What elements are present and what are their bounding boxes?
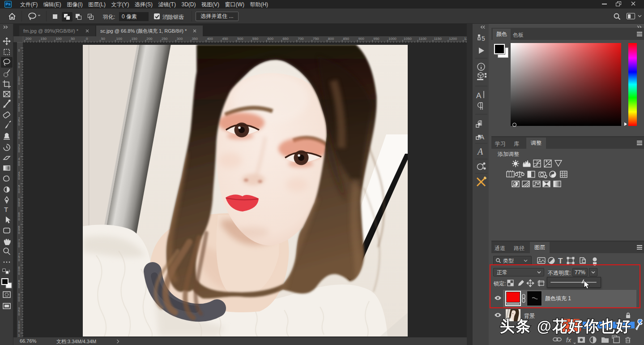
svg-text:950: 950 [373, 37, 380, 41]
svg-text:0: 0 [18, 231, 20, 234]
svg-text:700: 700 [298, 37, 304, 41]
svg-text:0: 0 [18, 190, 20, 194]
svg-text:100: 100 [116, 37, 123, 41]
svg-text:0: 0 [18, 299, 20, 302]
svg-text:0: 0 [18, 245, 20, 248]
svg-text:550: 550 [252, 37, 259, 41]
svg-text:0: 0 [18, 109, 20, 112]
svg-text:0: 0 [18, 272, 20, 275]
svg-text:450: 450 [222, 37, 228, 41]
svg-text:350: 350 [192, 37, 198, 41]
svg-text:1100: 1100 [419, 37, 427, 41]
svg-text:50: 50 [71, 37, 75, 41]
svg-text:750: 750 [313, 37, 319, 41]
svg-text:0: 0 [18, 177, 20, 180]
svg-text:500: 500 [237, 37, 243, 41]
svg-text:0: 0 [18, 82, 20, 85]
svg-text:850: 850 [343, 37, 350, 41]
svg-text:600: 600 [268, 37, 274, 41]
svg-text:0: 0 [18, 95, 20, 99]
svg-text:400: 400 [207, 37, 213, 41]
svg-text:650: 650 [282, 37, 289, 41]
svg-text:0: 0 [18, 163, 20, 166]
svg-text:0: 0 [18, 49, 20, 52]
svg-text:250: 250 [162, 37, 168, 41]
svg-text:0: 0 [18, 65, 20, 69]
svg-text:0: 0 [18, 259, 20, 262]
svg-text:150: 150 [131, 37, 137, 41]
svg-text:200: 200 [26, 37, 32, 41]
svg-text:1150: 1150 [434, 37, 442, 41]
svg-text:0: 0 [18, 218, 20, 221]
svg-text:1200: 1200 [449, 37, 457, 41]
svg-text:A: A [476, 91, 482, 100]
svg-text:0: 0 [18, 204, 20, 207]
svg-text:T: T [4, 206, 8, 213]
svg-text:fx: fx [566, 336, 571, 344]
svg-text:0: 0 [18, 123, 20, 126]
svg-text:0: 0 [18, 285, 20, 289]
svg-text:800: 800 [328, 37, 334, 41]
svg-text:50: 50 [101, 37, 105, 41]
svg-text:200: 200 [146, 37, 153, 41]
svg-text:100: 100 [55, 37, 62, 41]
svg-text:1050: 1050 [404, 37, 412, 41]
svg-text:5: 5 [482, 35, 485, 42]
svg-text:1000: 1000 [388, 37, 397, 41]
svg-text:300: 300 [177, 37, 183, 41]
svg-text:A: A [477, 147, 483, 156]
svg-text:0: 0 [86, 37, 88, 41]
svg-text:0: 0 [18, 150, 20, 153]
svg-text:0: 0 [18, 329, 20, 332]
svg-text:150: 150 [41, 37, 47, 41]
svg-text:0: 0 [18, 136, 20, 139]
svg-text:900: 900 [358, 37, 364, 41]
svg-text:0: 0 [18, 313, 20, 316]
